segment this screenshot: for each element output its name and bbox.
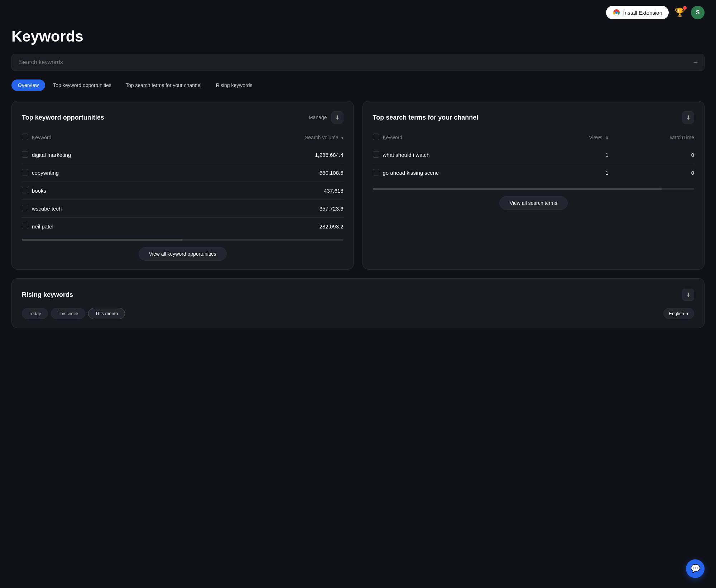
col-views-header[interactable]: Views ⇅ <box>532 131 609 146</box>
filter-tab-group: TodayThis weekThis month <box>22 308 125 319</box>
install-extension-label: Install Extension <box>623 10 662 16</box>
rising-keywords-card: Rising keywords ⬇ TodayThis weekThis mon… <box>11 278 705 328</box>
search-terms-actions: ⬇ <box>682 111 694 124</box>
header: Install Extension 🏆 S <box>0 0 716 25</box>
row-checkbox[interactable] <box>22 169 28 175</box>
row-checkbox[interactable] <box>373 151 379 158</box>
search-keyword-cell: go ahead kissing scene <box>383 164 532 182</box>
row-checkbox[interactable] <box>373 169 379 175</box>
tab-search-terms[interactable]: Top search terms for your channel <box>119 79 208 91</box>
views-sort-icon: ⇅ <box>605 136 609 140</box>
language-selector[interactable]: English ▾ <box>663 308 694 319</box>
keyword-cell: copywriting <box>32 164 189 182</box>
search-input[interactable] <box>11 54 705 71</box>
chat-fab-button[interactable]: 💬 <box>686 559 705 578</box>
keyword-cell: wscube tech <box>32 200 189 218</box>
search-terms-title: Top search terms for your channel <box>373 114 479 121</box>
col-keyword-header: Keyword <box>32 131 189 146</box>
row-checkbox[interactable] <box>22 187 28 193</box>
chrome-icon <box>612 9 620 16</box>
manage-button[interactable]: Manage <box>309 115 327 120</box>
filter-tab-this-month[interactable]: This month <box>88 308 125 319</box>
search-terms-card-header: Top search terms for your channel ⬇ <box>373 111 695 124</box>
rising-keywords-card-header: Rising keywords ⬇ <box>22 289 694 301</box>
view-all-search-terms-button[interactable]: View all search terms <box>499 196 568 210</box>
keyword-cell: digital marketing <box>32 146 189 164</box>
search-terms-card: Top search terms for your channel ⬇ Keyw… <box>362 101 705 270</box>
cards-grid: Top keyword opportunities Manage ⬇ Keywo… <box>0 101 716 278</box>
download-icon: ⬇ <box>335 114 340 121</box>
filter-tab-today[interactable]: Today <box>22 308 48 319</box>
tab-keyword-opportunities[interactable]: Top keyword opportunities <box>47 79 118 91</box>
search-terms-scrollbar-thumb <box>373 188 662 190</box>
avatar[interactable]: S <box>691 6 705 19</box>
download-search-terms-button[interactable]: ⬇ <box>682 111 694 124</box>
rising-keywords-filters: TodayThis weekThis month English ▾ <box>22 308 694 319</box>
download-icon-2: ⬇ <box>686 114 691 121</box>
trophy-badge <box>683 6 687 10</box>
chat-icon: 💬 <box>691 564 700 573</box>
view-all-keyword-opportunities-button[interactable]: View all keyword opportunities <box>139 247 227 261</box>
select-all-checkbox[interactable] <box>22 134 28 140</box>
keyword-scrollbar-thumb <box>22 239 183 241</box>
search-bar-wrap: → <box>11 54 705 71</box>
svg-point-1 <box>615 11 618 14</box>
volume-cell: 357,723.6 <box>189 200 343 218</box>
language-label: English <box>669 311 684 316</box>
rising-keywords-title: Rising keywords <box>22 291 73 299</box>
col-search-volume-header[interactable]: Search volume ▾ <box>189 131 343 146</box>
col-search-keyword-header: Keyword <box>383 131 532 146</box>
select-all-search-terms-checkbox[interactable] <box>373 134 379 140</box>
table-row: neil patel 282,093.2 <box>22 218 343 236</box>
keyword-opportunities-actions: Manage ⬇ <box>309 111 343 124</box>
keyword-cell: neil patel <box>32 218 189 236</box>
download-icon-3: ⬇ <box>686 291 691 298</box>
chevron-down-icon: ▾ <box>686 311 689 316</box>
keyword-scrollbar[interactable] <box>22 239 343 241</box>
table-row: what should i watch 1 0 <box>373 146 695 164</box>
volume-cell: 437,618 <box>189 182 343 200</box>
install-extension-button[interactable]: Install Extension <box>606 6 669 19</box>
row-checkbox[interactable] <box>22 205 28 211</box>
volume-cell: 1,286,684.4 <box>189 146 343 164</box>
watchtime-cell: 0 <box>609 146 694 164</box>
trophy-button[interactable]: 🏆 <box>674 8 685 18</box>
row-checkbox[interactable] <box>22 151 28 158</box>
keyword-opportunities-table: Keyword Search volume ▾ digital marketin… <box>22 131 343 235</box>
download-rising-keywords-button[interactable]: ⬇ <box>682 289 694 301</box>
watchtime-cell: 0 <box>609 164 694 182</box>
table-row: digital marketing 1,286,684.4 <box>22 146 343 164</box>
table-row: wscube tech 357,723.6 <box>22 200 343 218</box>
keyword-opportunities-card-header: Top keyword opportunities Manage ⬇ <box>22 111 343 124</box>
tab-rising-keywords[interactable]: Rising keywords <box>210 79 259 91</box>
sort-icon: ▾ <box>341 136 343 140</box>
views-cell: 1 <box>532 164 609 182</box>
views-cell: 1 <box>532 146 609 164</box>
filter-tab-this-week[interactable]: This week <box>51 308 86 319</box>
download-keyword-opportunities-button[interactable]: ⬇ <box>331 111 343 124</box>
search-terms-table: Keyword Views ⇅ watchTime what should i … <box>373 131 695 182</box>
search-arrow-icon[interactable]: → <box>692 59 699 66</box>
table-row: books 437,618 <box>22 182 343 200</box>
tab-overview[interactable]: Overview <box>11 79 45 91</box>
row-checkbox[interactable] <box>22 223 28 229</box>
keyword-cell: books <box>32 182 189 200</box>
volume-cell: 282,093.2 <box>189 218 343 236</box>
search-terms-scrollbar[interactable] <box>373 188 695 190</box>
rising-keywords-actions: ⬇ <box>682 289 694 301</box>
volume-cell: 680,108.6 <box>189 164 343 182</box>
table-row: copywriting 680,108.6 <box>22 164 343 182</box>
page-title: Keywords <box>0 25 716 54</box>
keyword-opportunities-card: Top keyword opportunities Manage ⬇ Keywo… <box>11 101 354 270</box>
table-row: go ahead kissing scene 1 0 <box>373 164 695 182</box>
keyword-opportunities-title: Top keyword opportunities <box>22 114 104 121</box>
search-keyword-cell: what should i watch <box>383 146 532 164</box>
col-watchtime-header: watchTime <box>609 131 694 146</box>
nav-tabs: Overview Top keyword opportunities Top s… <box>0 79 716 101</box>
